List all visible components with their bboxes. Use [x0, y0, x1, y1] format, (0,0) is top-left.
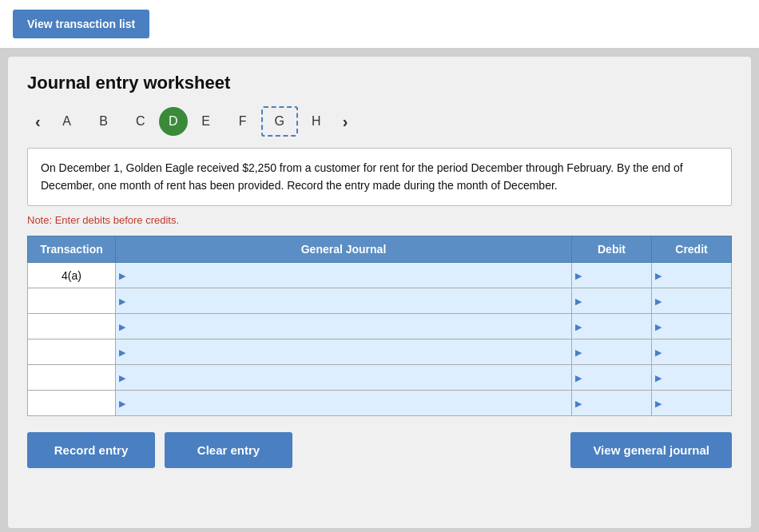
debit-cell: [572, 339, 652, 365]
credit-cell: [652, 339, 732, 365]
journal-cell: [116, 314, 572, 339]
table-row: 4(a): [28, 263, 732, 288]
tab-a[interactable]: A: [49, 106, 85, 137]
table-row: [28, 365, 732, 391]
transaction-cell: 4(a): [28, 263, 116, 288]
journal-input[interactable]: [116, 391, 571, 415]
journal-input[interactable]: [116, 288, 571, 313]
credit-cell: [652, 288, 732, 314]
debit-input[interactable]: [572, 314, 651, 339]
tab-h[interactable]: H: [298, 106, 335, 137]
note-text: Note: Enter debits before credits.: [27, 214, 732, 226]
credit-cell: [652, 391, 732, 416]
journal-input[interactable]: [116, 314, 571, 339]
transaction-cell: [28, 391, 116, 416]
debit-cell: [572, 288, 652, 314]
table-row: [28, 339, 732, 365]
journal-input[interactable]: [116, 365, 571, 390]
journal-cell: [116, 263, 572, 288]
transaction-cell: [28, 365, 116, 391]
view-transaction-button[interactable]: View transaction list: [13, 10, 149, 38]
debit-cell: [572, 391, 652, 416]
tab-b[interactable]: B: [85, 106, 122, 137]
journal-table: Transaction General Journal Debit Credit…: [27, 236, 732, 416]
tab-next-arrow[interactable]: ›: [335, 113, 356, 131]
journal-input[interactable]: [116, 263, 571, 288]
debit-input[interactable]: [572, 288, 651, 313]
debit-input[interactable]: [572, 365, 651, 390]
journal-tbody: 4(a): [28, 263, 732, 416]
col-header-general-journal: General Journal: [116, 236, 572, 263]
view-general-journal-button[interactable]: View general journal: [570, 432, 732, 468]
col-header-transaction: Transaction: [28, 236, 116, 263]
col-header-debit: Debit: [572, 236, 652, 263]
journal-cell: [116, 365, 572, 391]
table-row: [28, 391, 732, 416]
credit-input[interactable]: [652, 314, 731, 339]
col-header-credit: Credit: [652, 236, 732, 263]
description-box: On December 1, Golden Eagle received $2,…: [27, 148, 732, 206]
journal-cell: [116, 391, 572, 416]
tab-d[interactable]: D: [159, 107, 188, 136]
bottom-buttons: Record entry Clear entry View general jo…: [27, 432, 732, 468]
main-container: Journal entry worksheet ‹ A B C D E F G …: [8, 57, 751, 528]
debit-input[interactable]: [572, 263, 651, 288]
journal-cell: [116, 339, 572, 365]
debit-cell: [572, 314, 652, 339]
debit-cell: [572, 365, 652, 391]
debit-input[interactable]: [572, 339, 651, 364]
transaction-cell: [28, 339, 116, 365]
debit-cell: [572, 263, 652, 288]
credit-cell: [652, 365, 732, 391]
clear-entry-button[interactable]: Clear entry: [165, 432, 292, 468]
credit-input[interactable]: [652, 365, 731, 390]
credit-cell: [652, 263, 732, 288]
transaction-cell: [28, 288, 116, 314]
journal-cell: [116, 288, 572, 314]
credit-input[interactable]: [652, 263, 731, 288]
tab-c[interactable]: C: [122, 106, 159, 137]
tab-prev-arrow[interactable]: ‹: [27, 113, 49, 131]
tab-navigation: ‹ A B C D E F G H ›: [27, 106, 732, 137]
record-entry-button[interactable]: Record entry: [27, 432, 155, 468]
credit-input[interactable]: [652, 288, 731, 313]
table-row: [28, 288, 732, 314]
transaction-cell: [28, 314, 116, 339]
table-row: [28, 314, 732, 339]
credit-input[interactable]: [652, 339, 731, 364]
debit-input[interactable]: [572, 391, 651, 415]
worksheet-title: Journal entry worksheet: [27, 73, 732, 93]
tab-f[interactable]: F: [225, 106, 261, 137]
top-bar: View transaction list: [0, 0, 759, 49]
credit-input[interactable]: [652, 391, 731, 415]
credit-cell: [652, 314, 732, 339]
tab-e[interactable]: E: [188, 106, 225, 137]
tab-g[interactable]: G: [261, 106, 298, 137]
journal-input[interactable]: [116, 339, 571, 364]
